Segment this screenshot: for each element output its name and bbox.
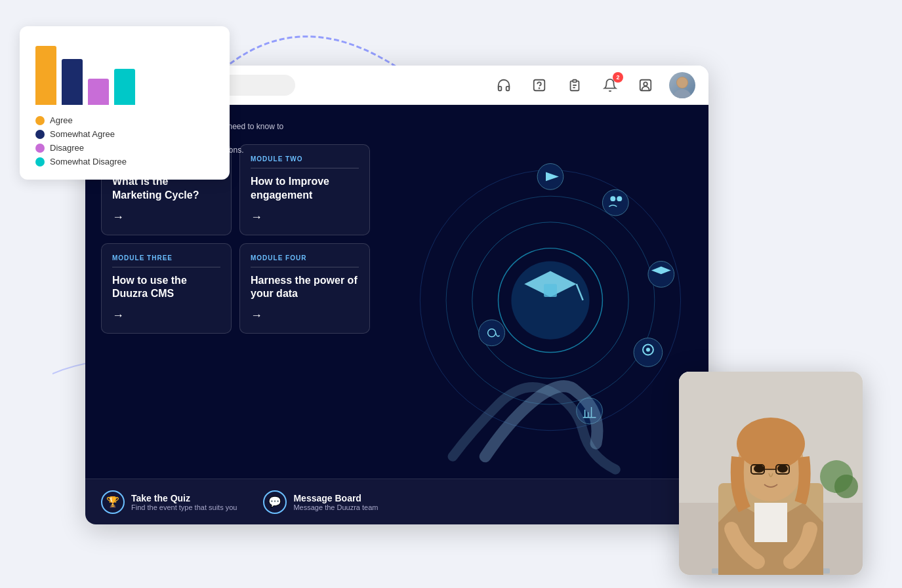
module-label: MODULE TWO (251, 155, 359, 168)
legend-somewhat-agree: Somewhat Agree (35, 129, 214, 139)
svg-point-24 (617, 196, 622, 201)
svg-point-8 (644, 82, 647, 86)
tech-background (353, 118, 696, 496)
svg-point-9 (673, 89, 691, 98)
module-card-3[interactable]: MODULE THREE How to use the Duuzra CMS → (101, 243, 232, 334)
bottom-nav: 🏆 Take the Quiz Find the event type that… (85, 479, 708, 524)
bottom-nav-subtitle: Find the event type that suits you (131, 503, 237, 511)
clipboard-icon[interactable] (563, 73, 586, 97)
bottom-nav-subtitle: Message the Duuzra team (293, 503, 378, 511)
svg-rect-46 (754, 503, 787, 542)
svg-point-48 (737, 418, 805, 470)
bottom-nav-icon: 🏆 (101, 490, 125, 514)
legend-dot (35, 144, 45, 153)
bottom-nav-item-1[interactable]: 💬 Message Board Message the Duuzra team (263, 490, 378, 514)
legend-somewhat-disagree: Somewhat Disagree (35, 157, 214, 167)
bar-somewhat-agree (62, 59, 83, 105)
module-title: Harness the power of your data (251, 274, 359, 302)
person-icon[interactable] (634, 73, 657, 97)
svg-rect-18 (544, 284, 557, 297)
legend-disagree: Disagree (35, 143, 214, 153)
svg-point-27 (634, 338, 663, 367)
svg-point-29 (646, 348, 649, 352)
chart-bars (35, 39, 214, 105)
legend-label: Somewhat Agree (50, 129, 115, 139)
svg-rect-4 (573, 79, 577, 82)
chart-card: AgreeSomewhat AgreeDisagreeSomewhat Disa… (20, 26, 230, 180)
module-arrow: → (112, 309, 220, 323)
legend-label: Agree (50, 115, 73, 125)
module-label: MODULE THREE (112, 254, 220, 267)
notification-badge: 2 (613, 72, 623, 83)
legend-label: Disagree (50, 143, 84, 153)
module-card-2[interactable]: MODULE TWO How to Improve engagement → (239, 144, 370, 235)
svg-point-50 (777, 465, 788, 473)
bar-agree (35, 46, 56, 105)
svg-point-25 (647, 261, 674, 287)
module-arrow: → (251, 210, 359, 224)
bottom-nav-icon: 💬 (263, 490, 287, 514)
svg-point-35 (478, 320, 504, 346)
module-title: How to Improve engagement (251, 175, 359, 203)
legend-items: AgreeSomewhat AgreeDisagreeSomewhat Disa… (35, 115, 214, 167)
svg-point-22 (602, 189, 628, 216)
module-arrow: → (251, 309, 359, 323)
legend-dot (35, 116, 45, 125)
legend-dot (35, 157, 45, 167)
svg-point-23 (610, 196, 615, 201)
module-title: How to use the Duuzra CMS (112, 274, 220, 302)
legend-dot (35, 130, 45, 139)
svg-point-41 (834, 475, 858, 498)
bar-somewhat-disagree (114, 69, 135, 105)
bar-disagree (88, 79, 109, 105)
bell-icon[interactable]: 2 (598, 73, 622, 97)
person-photo-card (679, 372, 863, 575)
headset-icon[interactable] (492, 73, 516, 97)
svg-point-11 (677, 77, 687, 88)
svg-point-3 (539, 88, 540, 88)
question-icon[interactable] (527, 73, 551, 97)
legend-agree: Agree (35, 115, 214, 125)
legend-label: Somewhat Disagree (50, 157, 127, 167)
svg-point-49 (754, 465, 764, 473)
module-arrow: → (112, 210, 220, 224)
module-card-4[interactable]: MODULE FOUR Harness the power of your da… (239, 243, 370, 334)
browser-icons: 2 (492, 72, 695, 98)
module-label: MODULE FOUR (251, 254, 359, 267)
bottom-nav-title: Take the Quiz (131, 493, 237, 503)
bottom-nav-title: Message Board (293, 493, 378, 503)
bottom-nav-item-0[interactable]: 🏆 Take the Quiz Find the event type that… (101, 490, 237, 514)
avatar[interactable] (669, 72, 695, 98)
